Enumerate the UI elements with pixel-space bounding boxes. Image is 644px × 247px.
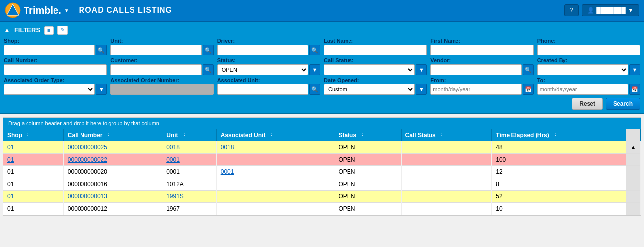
cell-time-elapsed: 48 — [492, 141, 626, 154]
help-button[interactable]: ? — [564, 4, 579, 16]
col-header-assoc-unit[interactable]: Associated Unit ⋮ — [216, 129, 334, 141]
status-drag-icon: ⋮ — [360, 133, 365, 138]
col-header-call-number[interactable]: Call Number ⋮ — [63, 129, 162, 141]
shop-input[interactable] — [4, 45, 95, 55]
unit-link[interactable]: 0001 — [166, 156, 180, 163]
filters-row-2: Call Number: Customer: 🔍 Status: OPEN CL… — [4, 57, 640, 75]
call-number-input[interactable] — [4, 64, 107, 75]
shop-input-group: 🔍 — [4, 45, 107, 55]
assoc-unit-input[interactable] — [217, 84, 308, 95]
unit-lookup-button[interactable]: 🔍 — [203, 45, 214, 55]
unit-input[interactable] — [110, 45, 201, 55]
created-by-select[interactable] — [537, 64, 628, 75]
unit-label: Unit: — [110, 38, 213, 44]
shop-link[interactable]: 01 — [7, 144, 14, 151]
call-number-label: Call Number: — [4, 57, 107, 63]
table-header-row: Shop ⋮ Call Number ⋮ Unit ⋮ Associated U… — [3, 129, 641, 141]
cell-shop: 01 — [3, 166, 63, 178]
assoc-order-type-dropdown-button[interactable]: ▼ — [96, 84, 107, 95]
cell-shop[interactable]: 01 — [3, 141, 63, 154]
vendor-lookup-button[interactable]: 🔍 — [523, 64, 534, 75]
cell-unit[interactable]: 0018 — [162, 141, 217, 154]
cell-time-elapsed: 8 — [492, 178, 626, 191]
call-number-link[interactable]: 000000000022 — [68, 156, 107, 163]
customer-input[interactable] — [110, 64, 201, 75]
reset-button[interactable]: Reset — [572, 98, 603, 110]
assoc-unit-link[interactable]: 0018 — [221, 144, 234, 151]
call-status-drag-icon: ⋮ — [439, 133, 444, 138]
created-by-dropdown-button[interactable]: ▼ — [629, 64, 640, 75]
cell-unit[interactable]: 0001 — [162, 154, 217, 166]
phone-input[interactable] — [537, 45, 640, 55]
cell-unit[interactable]: 1991S — [162, 191, 217, 203]
filters-row-1: Shop: 🔍 Unit: 🔍 Driver: 🔍 Last Name: — [4, 38, 640, 55]
unit-link[interactable]: 1991S — [166, 193, 184, 200]
call-status-select[interactable] — [324, 64, 415, 75]
filters-collapse-icon[interactable]: ▲ — [4, 27, 10, 34]
col-header-shop[interactable]: Shop ⋮ — [3, 129, 63, 141]
scrollbar-spacer — [626, 166, 641, 178]
assoc-unit-lookup-button[interactable]: 🔍 — [309, 84, 320, 95]
table-section: Drag a column header and drop it here to… — [3, 117, 641, 216]
cell-time-elapsed: 10 — [492, 203, 626, 215]
filters-row-3: Associated Order Type: ▼ Associated Orde… — [4, 77, 640, 95]
shop-lookup-button[interactable]: 🔍 — [96, 45, 107, 55]
cell-shop[interactable]: 01 — [3, 191, 63, 203]
driver-input[interactable] — [217, 45, 308, 55]
to-label: To: — [537, 77, 640, 83]
driver-lookup-button[interactable]: 🔍 — [309, 45, 320, 55]
call-number-link[interactable]: 000000000025 — [68, 144, 107, 151]
vendor-input[interactable] — [430, 64, 521, 75]
assoc-unit-input-group: 🔍 — [217, 84, 320, 95]
status-select[interactable]: OPEN CLOSED — [217, 64, 308, 75]
cell-unit: 1012A — [162, 178, 217, 191]
to-input[interactable] — [537, 84, 628, 95]
logo-dropdown-icon[interactable]: ▼ — [64, 8, 69, 13]
first-name-input[interactable] — [430, 45, 533, 55]
unit-input-group: 🔍 — [110, 45, 213, 55]
last-name-input[interactable] — [324, 45, 427, 55]
cell-assoc-unit[interactable]: 0001 — [216, 166, 334, 178]
date-opened-select[interactable]: Custom Today This Week This Month — [324, 84, 415, 95]
filters-export-button[interactable]: ≡ — [44, 26, 53, 35]
cell-call-status — [401, 191, 492, 203]
phone-field: Phone: — [537, 38, 640, 55]
date-opened-dropdown-button[interactable]: ▼ — [416, 84, 427, 95]
assoc-order-number-input[interactable] — [110, 84, 213, 95]
cell-call-number[interactable]: 000000000022 — [63, 154, 162, 166]
filters-edit-button[interactable]: ✎ — [57, 26, 68, 35]
col-header-call-status[interactable]: Call Status ⋮ — [401, 129, 492, 141]
cell-call-number[interactable]: 000000000025 — [63, 141, 162, 154]
col-header-unit[interactable]: Unit ⋮ — [162, 129, 217, 141]
assoc-order-type-select[interactable] — [4, 84, 95, 95]
filters-section: ▲ FILTERS ≡ ✎ Shop: 🔍 Unit: 🔍 Driver: 🔍 — [0, 22, 644, 114]
search-button[interactable]: Search — [606, 98, 640, 110]
to-calendar-button[interactable]: 📅 — [629, 84, 640, 95]
status-dropdown-button[interactable]: ▼ — [309, 64, 320, 75]
unit-link[interactable]: 0018 — [166, 144, 180, 151]
shop-link[interactable]: 01 — [7, 156, 14, 163]
last-name-field: Last Name: — [324, 38, 427, 55]
cell-shop[interactable]: 01 — [3, 154, 63, 166]
cell-assoc-unit — [216, 191, 334, 203]
col-header-time-elapsed[interactable]: Time Elapsed (Hrs) ⋮ — [492, 129, 626, 141]
first-name-input-group — [430, 45, 533, 55]
call-status-dropdown-button[interactable]: ▼ — [416, 64, 427, 75]
from-calendar-button[interactable]: 📅 — [523, 84, 534, 95]
filters-header: ▲ FILTERS ≡ ✎ — [4, 24, 640, 38]
user-menu-button[interactable]: 👤 ███████ ▼ — [582, 4, 639, 16]
cell-call-number[interactable]: 000000000013 — [63, 191, 162, 203]
call-number-link[interactable]: 000000000013 — [68, 193, 107, 200]
cell-assoc-unit[interactable]: 0018 — [216, 141, 334, 154]
shop-link[interactable]: 01 — [7, 193, 14, 200]
assoc-unit-link[interactable]: 0001 — [221, 168, 234, 175]
from-input-group: 📅 — [430, 84, 533, 95]
from-input[interactable] — [430, 84, 521, 95]
customer-lookup-button[interactable]: 🔍 — [203, 64, 214, 75]
col-header-status[interactable]: Status ⋮ — [334, 129, 401, 141]
phone-label: Phone: — [537, 38, 640, 44]
status-input-group: OPEN CLOSED ▼ — [217, 64, 320, 75]
filters-title: FILTERS — [14, 27, 40, 34]
cell-call-status — [401, 178, 492, 191]
cell-assoc-unit — [216, 178, 334, 191]
